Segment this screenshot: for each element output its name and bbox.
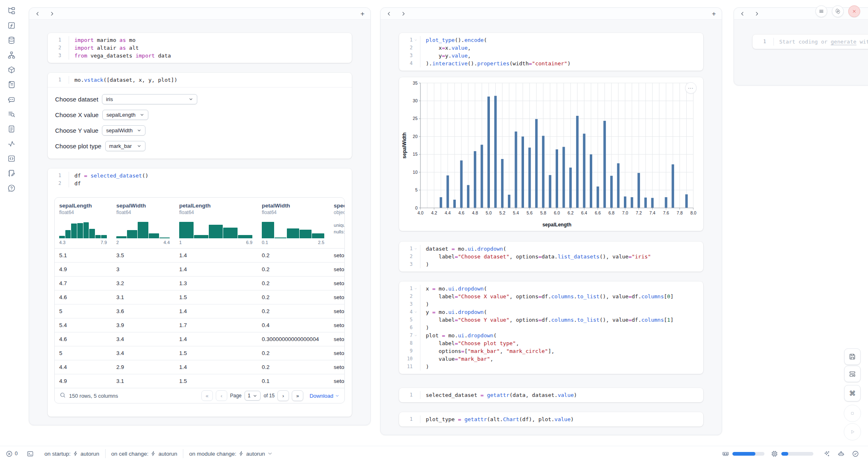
assistant-bot-button[interactable] xyxy=(838,450,845,457)
code-line[interactable]: 6) xyxy=(399,324,703,332)
save-button[interactable] xyxy=(844,348,861,365)
list-search-icon[interactable] xyxy=(7,110,16,118)
code-cell-plot[interactable]: 1plot_type().encode(2 x=x.value,3 y=y.va… xyxy=(399,33,703,71)
database-icon[interactable] xyxy=(7,36,16,44)
code-line[interactable]: 2df xyxy=(48,180,352,187)
chevron-left-icon[interactable] xyxy=(35,11,40,16)
code-line[interactable]: 3from vega_datasets import data xyxy=(48,52,352,60)
fold-toggle[interactable] xyxy=(414,287,418,291)
sitemap-icon[interactable] xyxy=(7,51,16,59)
column-header[interactable]: petalWidthfloat640.12.5 xyxy=(257,203,329,248)
prev-page-button[interactable]: ‹ xyxy=(216,390,227,401)
ai-sparkles-button[interactable] xyxy=(823,450,830,457)
chevron-left-icon[interactable] xyxy=(740,11,745,16)
code-line[interactable]: 4).interactive().properties(width="conta… xyxy=(399,60,703,67)
next-page-button[interactable]: › xyxy=(277,390,289,401)
chevron-down-icon xyxy=(189,97,193,101)
code-line[interactable]: 2 label="Choose X value", options=df.col… xyxy=(399,293,703,300)
code-line[interactable]: 9 options=["mark_bar", "mark_circle"], xyxy=(399,347,703,355)
code-line[interactable]: 3) xyxy=(399,260,703,268)
code-line[interactable]: 1dataset = mo.ui.dropdown( xyxy=(399,245,703,253)
code-line[interactable]: 2 label="Choose dataset", options=data.l… xyxy=(399,253,703,260)
code-line[interactable]: 8 label="Choose plot type", xyxy=(399,339,703,347)
settings-button[interactable] xyxy=(832,5,844,17)
help-circle-icon[interactable] xyxy=(7,184,16,192)
code-line[interactable]: 4y = mo.ui.dropdown( xyxy=(399,308,703,316)
chevron-right-icon[interactable] xyxy=(49,11,55,16)
download-button[interactable]: Download xyxy=(309,393,339,399)
code-line[interactable]: 1x = mo.ui.dropdown( xyxy=(399,285,703,293)
code-cell-plot-type[interactable]: 1plot_type = getattr(alt.Chart(df), plot… xyxy=(399,412,703,426)
code-line[interactable]: 1plot_type = getattr(alt.Chart(df), plot… xyxy=(399,415,703,423)
column-header[interactable]: sepalWidthfloat6424.4 xyxy=(112,203,175,248)
first-page-button[interactable]: « xyxy=(201,390,213,401)
autorun-value: autorun xyxy=(158,451,177,457)
package-icon[interactable] xyxy=(7,66,16,74)
activity-icon[interactable] xyxy=(7,140,16,148)
dropdown-select[interactable]: sepalLength xyxy=(102,110,148,120)
column-header[interactable]: sepalLengthfloat644.37.9 xyxy=(55,203,112,248)
altair-chart-output[interactable]: 051015202530354.04.24.44.64.85.05.25.45.… xyxy=(399,77,703,231)
code-line[interactable]: 1mo.vstack([dataset, x, y, plot]) xyxy=(48,76,352,84)
generate-link[interactable]: generate xyxy=(831,39,856,45)
code-line[interactable]: 1selected_dataset = getattr(data, datase… xyxy=(399,391,703,399)
column-header[interactable]: speciesobjectunique:nulls: xyxy=(329,203,344,248)
code-line[interactable]: 2 x=x.value, xyxy=(399,44,703,52)
close-panel-button[interactable] xyxy=(848,5,860,17)
function-square-icon[interactable] xyxy=(7,21,16,30)
autorun-config-item[interactable]: on startup:autorun xyxy=(44,451,99,457)
add-cell-button[interactable]: + xyxy=(712,10,716,17)
code-line[interactable]: 2import altair as alt xyxy=(48,44,352,52)
file-tree-icon[interactable] xyxy=(7,7,16,15)
code-cell-selected-dataset[interactable]: 1selected_dataset = getattr(data, datase… xyxy=(399,388,703,402)
errors-indicator[interactable]: 0 xyxy=(6,450,18,457)
code-line[interactable]: 3) xyxy=(399,300,703,308)
code-line[interactable]: 10 value="mark_bar", xyxy=(399,355,703,363)
notepad-icon[interactable] xyxy=(7,169,16,177)
command-palette-button[interactable]: ⌘ xyxy=(844,385,861,401)
add-cell-button[interactable]: + xyxy=(360,10,365,17)
code-cell-widgets[interactable]: 1x = mo.ui.dropdown(2 label="Choose X va… xyxy=(399,281,703,374)
bot-chat-icon[interactable] xyxy=(7,95,16,104)
column-header[interactable]: petalLengthfloat6416.9 xyxy=(175,203,257,248)
code-cell-df[interactable]: 1df = selected_dataset()2df sepalLengthf… xyxy=(48,168,352,417)
chevron-right-icon[interactable] xyxy=(754,11,760,16)
code-line[interactable]: 1plot_type().encode( xyxy=(399,36,703,44)
code-line[interactable]: 1import marimo as mo xyxy=(48,36,352,44)
column-min: 1 xyxy=(179,240,182,245)
empty-code-cell[interactable]: 1 Start coding or generate with AI xyxy=(753,35,868,49)
stop-button[interactable] xyxy=(844,405,861,422)
code-cell-vstack[interactable]: 1mo.vstack([dataset, x, y, plot]) Choose… xyxy=(48,73,352,159)
document-icon[interactable] xyxy=(7,125,16,133)
notebook-menu-button[interactable] xyxy=(815,5,827,17)
autorun-config-item[interactable]: on cell change:autorun xyxy=(111,451,178,457)
chevron-left-icon[interactable] xyxy=(386,11,392,16)
code-line[interactable]: 3 y=y.value, xyxy=(399,52,703,60)
scroll-icon[interactable] xyxy=(7,81,16,89)
fold-toggle[interactable] xyxy=(414,334,418,338)
code-snippet-icon[interactable] xyxy=(7,154,16,163)
dropdown-select[interactable]: sepalWidth xyxy=(102,125,145,136)
dropdown-select[interactable]: iris xyxy=(102,94,197,104)
search-icon[interactable] xyxy=(60,392,66,400)
fold-toggle[interactable] xyxy=(414,310,418,314)
dropdown-select[interactable]: mark_bar xyxy=(105,141,145,151)
layout-button[interactable] xyxy=(844,366,861,382)
last-page-button[interactable]: » xyxy=(292,390,303,401)
connection-status-button[interactable] xyxy=(852,450,859,457)
run-button[interactable] xyxy=(844,423,861,440)
code-cell-dataset[interactable]: 1dataset = mo.ui.dropdown(2 label="Choos… xyxy=(399,242,703,272)
code-line[interactable]: 5 label="Choose Y value", options=df.col… xyxy=(399,316,703,324)
code-line[interactable]: 1df = selected_dataset() xyxy=(48,172,352,180)
fold-toggle[interactable] xyxy=(414,38,418,42)
code-line[interactable]: 11) xyxy=(399,363,703,371)
fold-toggle[interactable] xyxy=(414,247,418,251)
chevron-right-icon[interactable] xyxy=(401,11,406,16)
code-line[interactable]: 7plot = mo.ui.dropdown( xyxy=(399,332,703,339)
autorun-config-item[interactable]: on module change:autorun xyxy=(189,451,273,457)
code-placeholder[interactable]: Start coding or generate with AI xyxy=(774,38,868,46)
terminal-button[interactable] xyxy=(27,450,34,457)
chart-more-options-button[interactable]: ⋯ xyxy=(685,82,697,94)
page-select[interactable]: 1 xyxy=(245,391,261,401)
code-cell-imports[interactable]: 1import marimo as mo2import altair as al… xyxy=(48,33,352,63)
